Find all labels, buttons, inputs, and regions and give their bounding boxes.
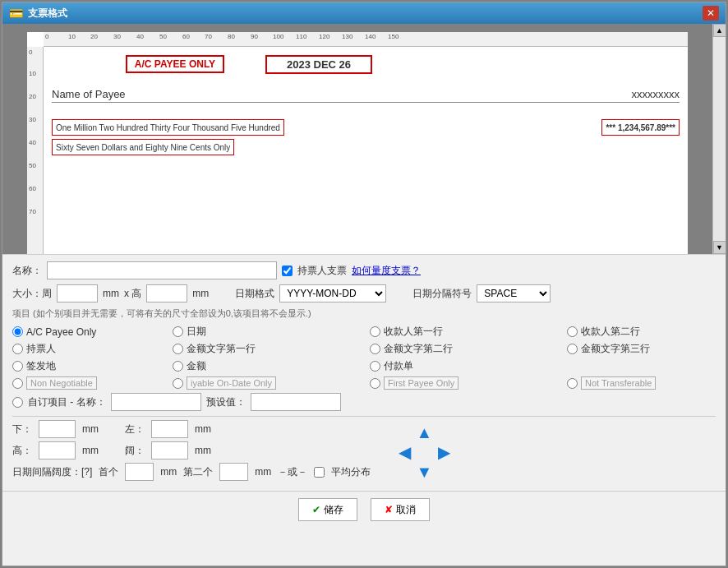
- preset-value-input[interactable]: [251, 393, 341, 411]
- save-button[interactable]: ✔ 储存: [298, 498, 357, 521]
- how-to-measure-link[interactable]: 如何量度支票？: [352, 264, 421, 278]
- radio-ac-payee[interactable]: A/C Payee Only: [12, 325, 173, 339]
- cancel-button[interactable]: ✘ 取消: [371, 498, 430, 521]
- window-icon: 💳: [9, 7, 23, 20]
- payee-field: Name of Payee xxxxxxxxx: [52, 88, 680, 103]
- even-dist-checkbox[interactable]: [314, 467, 325, 478]
- x-height-label: x 高: [124, 287, 141, 301]
- down-input[interactable]: 15: [39, 420, 76, 438]
- size-row: 大小：周 160 mm x 高 80 mm 日期格式 YYYY-MON-DD 日…: [12, 284, 716, 302]
- mm-label-1: mm: [103, 288, 119, 299]
- amount-words-1-field: One Million Two Hundred Thirty Four Thou…: [52, 119, 284, 136]
- width-dim-input[interactable]: 50: [151, 441, 188, 459]
- ruler-label-60: 60: [182, 33, 190, 40]
- mm-first: mm: [160, 466, 177, 478]
- mm-second: mm: [255, 466, 271, 478]
- radio-amt-word2[interactable]: 金额文字第二行: [370, 342, 567, 356]
- first-interval-input[interactable]: 2: [125, 463, 154, 481]
- radio-date[interactable]: 日期: [173, 325, 370, 339]
- radio-non-neg[interactable]: Non Negotiable: [12, 376, 173, 390]
- nav-arrows-container: ▲ ◀ ▶ ▼: [395, 423, 453, 481]
- radio-custom[interactable]: [12, 397, 23, 408]
- amount-number-field: *** 1,234,567.89***: [601, 119, 680, 136]
- nav-arrows: ▲ ◀ ▶ ▼: [395, 423, 453, 481]
- ruler-label-0: 0: [45, 33, 48, 40]
- down-label: 下：: [12, 423, 32, 436]
- settings-panel: 名称： 持票人支票 如何量度支票？ 大小：周 160 mm x 高 80 mm …: [2, 254, 726, 491]
- ruler-label-140: 140: [365, 33, 376, 40]
- title-bar-left: 💳 支票格式: [9, 7, 67, 21]
- first-payee-box: First Payee Only: [384, 376, 458, 390]
- height-input[interactable]: 80: [146, 284, 187, 302]
- radio-grid: A/C Payee Only 日期 收款人第一行 收款人第二行 持票人: [12, 325, 716, 390]
- cancel-label: 取消: [396, 503, 416, 517]
- ruler-label-90: 90: [251, 33, 258, 40]
- ruler-vertical: 0 10 20 30 40 50 60 70: [27, 47, 44, 254]
- hint-text: 项目 (如个别项目并无需要，可将有关的尺寸全部设为0,该项目将不会显示.): [12, 307, 311, 320]
- scroll-track: [714, 37, 726, 241]
- ruler-label-130: 130: [342, 33, 352, 40]
- radio-amt-word1[interactable]: 金额文字第一行: [173, 342, 370, 356]
- date-format-select[interactable]: YYYY-MON-DD: [279, 284, 386, 302]
- amount-words-2-field: Sixty Seven Dollars and Eighty Nine Cent…: [52, 139, 234, 155]
- ruler-label-30: 30: [113, 33, 121, 40]
- custom-name-input[interactable]: [111, 393, 201, 411]
- scroll-down-arrow[interactable]: ▼: [713, 241, 726, 254]
- nav-up-button[interactable]: ▲: [415, 423, 433, 441]
- mm-label-2: mm: [192, 288, 209, 299]
- bearer-cheque-label: 持票人支票: [297, 264, 347, 278]
- mm-left: mm: [195, 423, 211, 435]
- ruler-label-110: 110: [296, 33, 306, 40]
- nav-down-button[interactable]: ▼: [415, 463, 433, 481]
- radio-issuer[interactable]: 签发地: [12, 359, 173, 373]
- radio-payable[interactable]: iyable On-Date Only: [173, 376, 370, 390]
- dimension-section: 下： 15 mm 左： 50 mm 高： 10 mm 阔：: [12, 420, 716, 484]
- dim-row-1: 下： 15 mm 左： 50 mm: [12, 420, 371, 438]
- not-transfer-box: Not Transferable: [581, 376, 656, 390]
- date-sep-select[interactable]: SPACE: [477, 284, 551, 302]
- ruler-label-20: 20: [90, 33, 98, 40]
- left-input[interactable]: 50: [151, 420, 188, 438]
- second-interval-input[interactable]: 2: [219, 463, 248, 481]
- radio-payee2[interactable]: 收款人第二行: [567, 325, 726, 339]
- preview-area: 0 10 20 30 40 50 60 70 80 90 100 110 120…: [2, 24, 712, 254]
- date-sep-label: 日期分隔符号: [412, 287, 472, 301]
- height-dim-input[interactable]: 10: [39, 441, 76, 459]
- size-label: 大小：周: [12, 287, 52, 301]
- radio-not-transfer[interactable]: Not Transferable: [567, 376, 726, 390]
- name-input[interactable]: [47, 261, 277, 279]
- radio-first-payee[interactable]: First Payee Only: [370, 376, 567, 390]
- radio-amt-word3[interactable]: 金额文字第三行: [567, 342, 726, 356]
- dimensions-left: 下： 15 mm 左： 50 mm 高： 10 mm 阔：: [12, 420, 371, 484]
- ruler-label-120: 120: [319, 33, 329, 40]
- radio-amount[interactable]: 金额: [173, 359, 370, 373]
- window-title: 支票格式: [28, 7, 67, 21]
- close-button[interactable]: ✕: [703, 6, 719, 21]
- dim-row-2: 高： 10 mm 阔： 50 mm: [12, 441, 371, 459]
- nav-right-button[interactable]: ▶: [435, 443, 453, 461]
- radio-payslip[interactable]: 付款单: [370, 359, 567, 373]
- name-row: 名称： 持票人支票 如何量度支票？: [12, 261, 716, 279]
- main-window: 💳 支票格式 ✕ 0 10 20 30 40 50: [2, 2, 726, 566]
- name-label: 名称：: [12, 264, 42, 278]
- ruler-label-150: 150: [388, 33, 399, 40]
- nav-left-button[interactable]: ◀: [395, 443, 413, 461]
- radio-payee1[interactable]: 收款人第一行: [370, 325, 567, 339]
- scrollbar-right[interactable]: ▲ ▼: [712, 24, 726, 254]
- ruler-label-10: 10: [68, 33, 76, 40]
- width-dim-label: 阔：: [125, 444, 145, 458]
- interval-row: 日期间隔阔度：[?] 首个 2 mm 第二个 2 mm －或－ 平均分布: [12, 463, 371, 481]
- save-icon: ✔: [312, 504, 320, 515]
- first-label: 首个: [99, 465, 118, 479]
- ruler-label-70: 70: [205, 33, 212, 40]
- radio-bearer[interactable]: 持票人: [12, 342, 173, 356]
- bearer-cheque-checkbox[interactable]: [282, 266, 293, 276]
- width-input[interactable]: 160: [57, 284, 98, 302]
- scroll-up-arrow[interactable]: ▲: [713, 24, 726, 37]
- ruler-horizontal: 0 10 20 30 40 50 60 70 80 90 100 110 120…: [44, 32, 688, 47]
- payable-box: iyable On-Date Only: [187, 376, 276, 390]
- ruler-label-50: 50: [159, 33, 167, 40]
- custom-row: 自订项目 - 名称： 预设值：: [12, 393, 716, 411]
- check-body: A/C PAYEE ONLY 2023 DEC 26 Name of Payee…: [44, 47, 688, 254]
- check-preview: 0 10 20 30 40 50 60 70 80 90 100 110 120…: [27, 32, 688, 254]
